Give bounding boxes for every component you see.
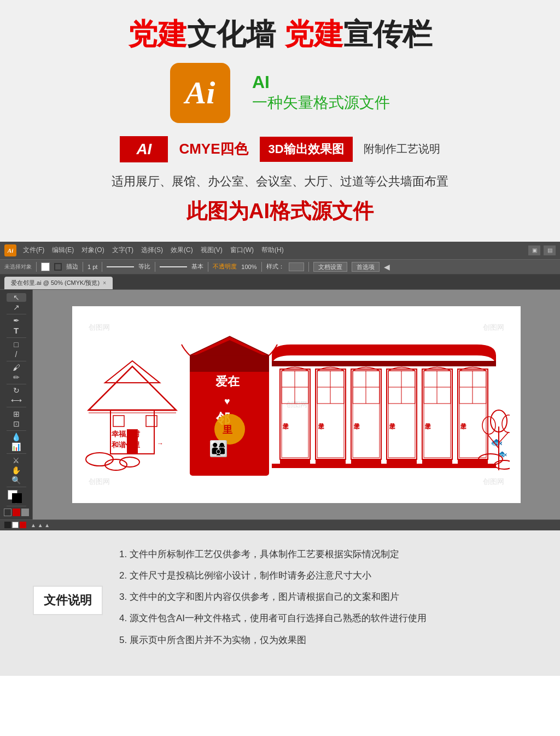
menu-icon-box1: ▣ bbox=[528, 246, 540, 255]
tool-line[interactable]: / bbox=[7, 350, 26, 359]
promo-section: 党建文化墙 党建宣传栏 Ai AI 一种矢量格式源文件 AI CMYE四色 3D… bbox=[0, 0, 560, 242]
toolbar-stroke-label: 描边 bbox=[66, 262, 78, 271]
badge-cmyk: CMYE四色 bbox=[179, 139, 248, 159]
toolbar-div7 bbox=[308, 262, 309, 272]
svg-text:和谐邻里: 和谐邻里 bbox=[111, 441, 140, 449]
stroke-swatch[interactable] bbox=[12, 493, 22, 503]
tab-close-button[interactable]: × bbox=[103, 280, 106, 286]
title-dangj1: 党建 bbox=[128, 17, 187, 50]
screen-mode1[interactable] bbox=[4, 509, 11, 516]
tool-pencil[interactable]: ✏ bbox=[7, 373, 26, 382]
tool-direct-select[interactable]: ↗ bbox=[7, 303, 26, 312]
svg-text:👨‍👩‍👦: 👨‍👩‍👦 bbox=[209, 440, 228, 458]
toolbar-div2 bbox=[83, 262, 83, 272]
tool-type[interactable]: T bbox=[7, 326, 26, 335]
toolbar-arrow: ◀ bbox=[384, 262, 390, 271]
svg-text:里: 里 bbox=[223, 424, 232, 435]
svg-text:爱在: 爱在 bbox=[215, 375, 240, 388]
ai-logo: Ai bbox=[170, 63, 230, 123]
doc-settings-button[interactable]: 文档设置 bbox=[313, 262, 347, 272]
menu-text[interactable]: 文字(T) bbox=[112, 246, 133, 255]
tool-mirror[interactable]: ⟷ bbox=[7, 396, 26, 405]
ai-info-row: Ai AI 一种矢量格式源文件 bbox=[33, 63, 527, 123]
toolbar-div1 bbox=[36, 262, 37, 272]
stroke-box bbox=[54, 263, 62, 271]
ai-logo-text: Ai bbox=[185, 74, 215, 111]
badge-ai: AI bbox=[120, 136, 168, 162]
menu-object[interactable]: 对象(O) bbox=[81, 246, 104, 255]
badge-note: 附制作工艺说明 bbox=[364, 142, 440, 156]
menu-help[interactable]: 帮助(H) bbox=[261, 246, 284, 255]
menu-view[interactable]: 视图(V) bbox=[201, 246, 223, 255]
editor-toolbar: 未选择对象 描边 1 pt 等比 基本 不透明度 100% 样式： 文档设置 首… bbox=[0, 259, 560, 274]
svg-text:父慈子孝: 父慈子孝 bbox=[390, 423, 396, 430]
title-mid1: 文化墙 bbox=[187, 17, 284, 50]
toolbar-style-label: 样式： bbox=[266, 262, 284, 271]
menu-window[interactable]: 窗口(W) bbox=[230, 246, 254, 255]
menu-file[interactable]: 文件(F) bbox=[23, 246, 44, 255]
editor-ai-icon: Ai bbox=[4, 244, 16, 256]
status-bar-item1: ▲ ▲ ▲ bbox=[31, 522, 50, 528]
tool-slice[interactable]: ⚔ bbox=[7, 456, 26, 465]
tool-warp[interactable]: ⊡ bbox=[7, 419, 26, 428]
svg-rect-24 bbox=[272, 361, 496, 366]
svg-rect-15 bbox=[190, 355, 269, 372]
tool-rotate[interactable]: ↻ bbox=[7, 386, 26, 395]
editor-tabbar: 爱在邻里.ai @ 50% (CMYK/预览) × bbox=[0, 274, 560, 290]
svg-rect-67 bbox=[272, 464, 496, 468]
svg-text:父慈子孝: 父慈子孝 bbox=[354, 423, 361, 430]
editor-canvas[interactable]: 创图网 创图网 创图网 创图网 创图网 bbox=[33, 290, 560, 519]
editor-toolbox: ↖ ↗ ✒ T □ / 🖌 ✏ ↻ ⟷ ⊞ ⊡ 💧 📊 ⚔ ✋ 🔍 bbox=[0, 290, 33, 519]
tool-rect[interactable]: □ bbox=[7, 340, 26, 349]
tool-select[interactable]: ↖ bbox=[7, 293, 26, 302]
menu-items[interactable]: 文件(F) 编辑(E) 对象(O) 文字(T) 选择(S) 效果(C) 视图(V… bbox=[23, 246, 284, 255]
ai-source-title: 此图为AI格式源文件 bbox=[33, 197, 527, 225]
tool-eyedrop[interactable]: 💧 bbox=[7, 433, 26, 441]
screen-mode3[interactable] bbox=[21, 509, 29, 516]
menu-effect[interactable]: 效果(C) bbox=[171, 246, 193, 255]
toolbar-div5 bbox=[208, 262, 208, 272]
status-no-select: 未选择对象 bbox=[4, 263, 32, 271]
canvas-inner: 创图网 创图网 创图网 创图网 创图网 bbox=[72, 306, 521, 503]
editor-tab[interactable]: 爱在邻里.ai @ 50% (CMYK/预览) × bbox=[4, 277, 113, 289]
info-grid: 文件说明 1. 文件中所标制作工艺仅供参考，具体制作工艺要根据实际情况制定 2.… bbox=[33, 547, 527, 654]
svg-point-9 bbox=[120, 457, 139, 467]
toolbar-fill bbox=[41, 262, 50, 271]
svg-text:幸福乡村: 幸福乡村 bbox=[112, 430, 141, 438]
toolbar-line bbox=[107, 266, 134, 267]
file-note-label: 文件说明 bbox=[33, 586, 103, 615]
ai-desc: AI 一种矢量格式源文件 bbox=[252, 72, 390, 113]
tool-brush[interactable]: 🖌 bbox=[7, 363, 26, 372]
tool-zoom[interactable]: 🔍 bbox=[7, 476, 26, 484]
toolbar-width-val: 1 pt bbox=[88, 264, 97, 270]
toolbar-div6 bbox=[261, 262, 262, 272]
tool-pen[interactable]: ✒ bbox=[7, 316, 26, 325]
info-section: 文件说明 1. 文件中所标制作工艺仅供参考，具体制作工艺要根据实际情况制定 2.… bbox=[0, 530, 560, 676]
menu-select[interactable]: 选择(S) bbox=[141, 246, 163, 255]
color-red bbox=[20, 522, 26, 528]
tool-scale[interactable]: ⊞ bbox=[7, 410, 26, 418]
screen-mode-row bbox=[4, 509, 29, 516]
design-content: 幸福乡村 和谐邻里 → bbox=[72, 306, 521, 503]
style-box bbox=[289, 262, 304, 271]
info-item-3: 3. 文件中的文字和图片内容仅供参考，图片请根据自己的文案和图片 bbox=[119, 589, 527, 604]
info-item-2: 2. 文件尺寸是投稿比例缩小设计，制作时请务必注意尺寸大小 bbox=[119, 568, 527, 583]
svg-text:父慈子孝: 父慈子孝 bbox=[319, 423, 325, 430]
toolbar-opacity-val: 100% bbox=[241, 264, 256, 270]
svg-marker-6 bbox=[105, 361, 160, 383]
menu-icons: ▣ ▤ bbox=[528, 246, 556, 255]
screen-mode2[interactable] bbox=[13, 509, 20, 516]
menu-edit[interactable]: 编辑(E) bbox=[52, 246, 74, 255]
color-black bbox=[4, 522, 11, 528]
toolbar-div3 bbox=[102, 262, 102, 272]
editor-main: ↖ ↗ ✒ T □ / 🖌 ✏ ↻ ⟷ ⊞ ⊡ 💧 📊 ⚔ ✋ 🔍 bbox=[0, 290, 560, 519]
promo-title: 党建文化墙 党建宣传栏 bbox=[33, 16, 527, 52]
first-prefs-button[interactable]: 首选项 bbox=[352, 262, 380, 272]
tool-graph[interactable]: 📊 bbox=[7, 442, 26, 451]
info-list: 1. 文件中所标制作工艺仅供参考，具体制作工艺要根据实际情况制定 2. 文件尺寸… bbox=[119, 547, 527, 654]
editor-menubar: Ai 文件(F) 编辑(E) 对象(O) 文字(T) 选择(S) 效果(C) 视… bbox=[0, 242, 560, 259]
title-mid2: 宣传栏 bbox=[343, 17, 432, 50]
info-item-5: 5. 展示页中所含图片并不为实物，仅为效果图 bbox=[119, 633, 527, 647]
svg-marker-0 bbox=[89, 366, 176, 410]
tool-hand[interactable]: ✋ bbox=[7, 466, 26, 475]
